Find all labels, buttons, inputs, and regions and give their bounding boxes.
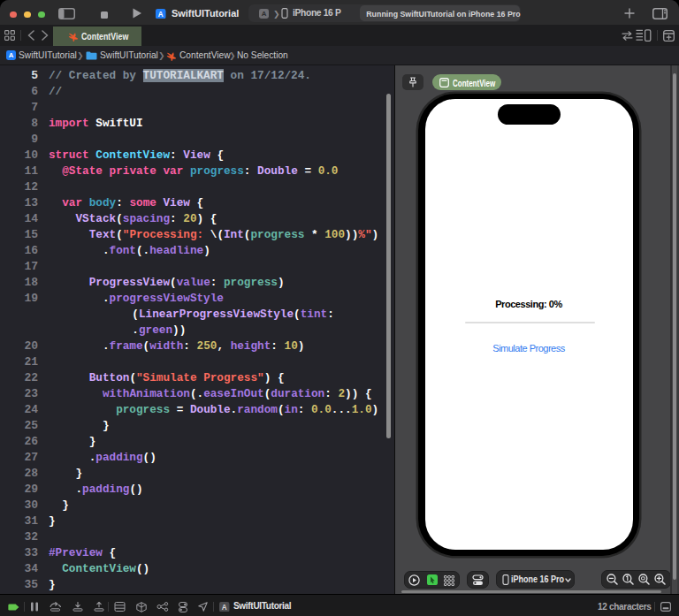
svg-text:A: A [158,10,164,18]
svg-text:A: A [222,603,227,611]
svg-text:A: A [262,10,267,18]
svg-text:A: A [9,51,14,59]
